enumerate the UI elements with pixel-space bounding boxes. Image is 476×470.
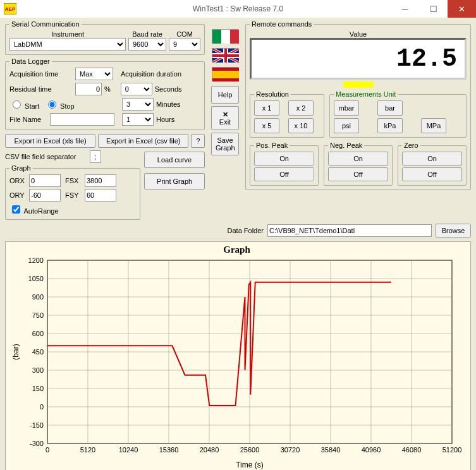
res-x5-button[interactable]: x 5	[254, 118, 279, 133]
print-graph-button[interactable]: Print Graph	[144, 173, 205, 190]
orx-input[interactable]	[29, 174, 61, 187]
svg-rect-2	[230, 30, 239, 44]
filename-label: File Name	[9, 116, 47, 123]
pos-peak-off-button[interactable]: Off	[254, 167, 314, 181]
svg-text:40960: 40960	[362, 446, 381, 454]
svg-text:5120: 5120	[80, 446, 95, 454]
unit-bar-button[interactable]: bar	[377, 100, 403, 116]
flag-uk-button[interactable]	[212, 48, 238, 62]
zero-off-button[interactable]: Off	[402, 167, 462, 181]
residual-input[interactable]	[75, 83, 102, 95]
res-x2-button[interactable]: x 2	[288, 100, 314, 116]
chart-svg: 0512010240153602048025600307203584040960…	[9, 256, 465, 470]
fsy-input[interactable]	[85, 189, 116, 202]
filename-input[interactable]	[50, 113, 114, 126]
ory-input[interactable]	[29, 189, 61, 202]
units-group: Measurements Unit mbar bar psi kPa MPa	[329, 90, 467, 138]
fsx-input[interactable]	[85, 174, 116, 187]
serial-comm-legend: Serial Communication	[9, 20, 82, 28]
export-xls-button[interactable]: Export in Excel (xls file)	[5, 134, 95, 148]
svg-text:450: 450	[32, 348, 44, 356]
autorange-label: AutoRange	[23, 207, 58, 215]
unit-kpa-button[interactable]: kPa	[377, 118, 403, 133]
status-indicator	[343, 81, 374, 88]
save-graph-button[interactable]: Save Graph	[211, 133, 239, 155]
neg-peak-off-button[interactable]: Off	[328, 167, 388, 181]
unit-psi-button[interactable]: psi	[334, 118, 359, 133]
unit-mbar-button[interactable]: mbar	[334, 100, 359, 116]
minimize-button[interactable]: ─	[391, 0, 419, 18]
start-radio[interactable]	[13, 100, 21, 109]
neg-peak-group: Neg. Peak On Off	[324, 142, 393, 186]
flag-italy-button[interactable]	[212, 29, 238, 43]
fsx-label: FSX	[65, 177, 83, 184]
close-button[interactable]: ✕	[448, 0, 476, 18]
load-curve-button[interactable]: Load curve	[144, 152, 205, 168]
svg-text:-300: -300	[30, 440, 44, 447]
hours-select[interactable]: 1	[122, 113, 154, 126]
autorange-checkbox[interactable]	[12, 205, 20, 214]
exit-button[interactable]: ✕ Exit	[211, 106, 239, 130]
ory-label: ORY	[9, 191, 27, 199]
com-select[interactable]: 9	[169, 38, 200, 51]
svg-text:1050: 1050	[28, 275, 44, 282]
zero-group: Zero On Off	[398, 142, 467, 186]
svg-text:20480: 20480	[200, 446, 219, 454]
resolution-legend: Resolution	[254, 90, 291, 98]
svg-text:15360: 15360	[159, 446, 179, 454]
svg-text:(bar): (bar)	[11, 344, 20, 359]
graph-controls-legend: Graph	[9, 164, 33, 172]
instrument-label: Instrument	[9, 30, 126, 38]
svg-text:1200: 1200	[28, 256, 44, 264]
help-question-button[interactable]: ?	[191, 134, 205, 148]
instrument-select[interactable]: LabDMM	[9, 38, 126, 51]
pos-peak-on-button[interactable]: On	[254, 152, 314, 166]
flag-spain-button[interactable]	[212, 67, 238, 81]
data-logger-legend: Data Logger	[9, 57, 52, 65]
data-folder-input[interactable]	[267, 224, 432, 237]
value-display: 12.5	[250, 38, 467, 80]
maximize-button[interactable]: ☐	[419, 0, 448, 18]
svg-text:46080: 46080	[402, 446, 422, 454]
export-csv-button[interactable]: Export in Excel (csv file)	[98, 134, 188, 148]
minutes-select[interactable]: 3	[122, 98, 154, 111]
baud-select[interactable]: 9600	[128, 38, 166, 51]
help-button[interactable]: Help	[211, 86, 239, 104]
exit-icon: ✕	[223, 111, 228, 118]
svg-text:900: 900	[32, 293, 44, 301]
neg-peak-on-button[interactable]: On	[328, 152, 388, 166]
neg-peak-legend: Neg. Peak	[328, 142, 364, 149]
zero-on-button[interactable]: On	[402, 152, 462, 166]
chart-title: Graph	[9, 244, 464, 255]
orx-label: ORX	[9, 177, 27, 184]
seconds-label: Seconds	[155, 85, 182, 93]
acq-time-label: Acquisition time	[9, 70, 73, 78]
pos-peak-legend: Pos. Peak	[254, 142, 290, 149]
svg-text:51200: 51200	[442, 446, 462, 454]
com-label: COM	[169, 30, 200, 38]
svg-text:300: 300	[32, 366, 44, 374]
svg-rect-7	[212, 54, 239, 57]
seconds-select[interactable]: 0	[121, 83, 152, 95]
browse-button[interactable]: Browse	[436, 224, 471, 238]
graph-controls-group: Graph ORX FSX ORY FSY AutoRange	[5, 164, 140, 220]
res-x1-button[interactable]: x 1	[254, 100, 279, 116]
svg-rect-9	[212, 71, 239, 78]
acq-duration-label: Acquisition duration	[121, 70, 181, 78]
value-label: Value	[250, 30, 467, 38]
acq-time-select[interactable]: Max	[75, 68, 113, 80]
units-legend: Measurements Unit	[334, 90, 398, 98]
window-title: WinTest1 : Sw Release 7.0	[193, 4, 283, 13]
stop-radio[interactable]	[48, 100, 56, 109]
start-label: Start	[25, 102, 39, 110]
remote-legend: Remote commands	[250, 20, 314, 28]
svg-text:0: 0	[40, 403, 44, 411]
app-icon: AEP	[4, 3, 16, 15]
svg-rect-1	[221, 30, 230, 44]
csv-sep-input[interactable]	[90, 150, 101, 163]
unit-mpa-button[interactable]: MPa	[421, 118, 446, 133]
csv-sep-label: CSV file field separator	[5, 153, 87, 160]
svg-text:35840: 35840	[321, 446, 341, 454]
res-x10-button[interactable]: x 10	[288, 118, 314, 133]
residual-unit: %	[104, 85, 111, 93]
